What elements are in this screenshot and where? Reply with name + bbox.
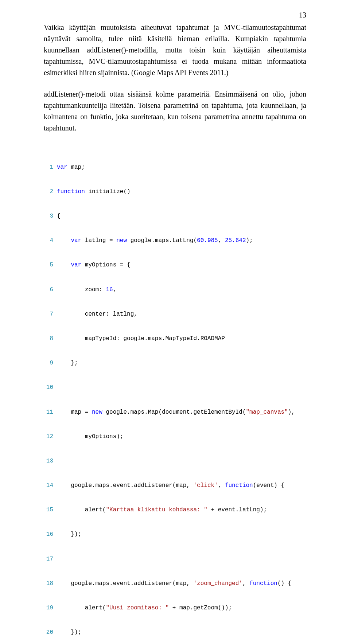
page-number: 13	[299, 11, 306, 19]
code-block: 1var map; 2function initialize() 3{ 4 va…	[44, 144, 306, 644]
line-number: 2	[44, 188, 53, 196]
page-container: 13 Vaikka käyttäjän muutoksista aiheutuv…	[0, 0, 350, 644]
line-number: 19	[44, 604, 53, 612]
line-number: 9	[44, 359, 53, 367]
line-number: 1	[44, 163, 53, 171]
code-line: 10	[44, 383, 306, 391]
line-number: 10	[44, 383, 53, 391]
code-line: 9 };	[44, 359, 306, 367]
line-number: 4	[44, 237, 53, 245]
code-line: 17	[44, 555, 306, 563]
code-line: 12 myOptions);	[44, 433, 306, 441]
code-line: 13	[44, 457, 306, 465]
code-line: 15 alert("Karttaa klikattu kohdassa: " +…	[44, 506, 306, 514]
code-line: 16 });	[44, 530, 306, 538]
line-number: 13	[44, 457, 53, 465]
line-number: 11	[44, 408, 53, 416]
line-number: 16	[44, 530, 53, 538]
code-line: 3{	[44, 212, 306, 220]
line-number: 7	[44, 310, 53, 318]
line-number: 17	[44, 555, 53, 563]
code-line: 11 map = new google.maps.Map(document.ge…	[44, 408, 306, 416]
line-number: 18	[44, 579, 53, 588]
body-text: Vaikka käyttäjän muutoksista aiheutuvat …	[44, 22, 306, 134]
code-line: 20 });	[44, 628, 306, 636]
code-line: 1var map;	[44, 163, 306, 171]
paragraph-2: addListener()-metodi ottaa sisäänsä kolm…	[44, 89, 306, 134]
line-number: 5	[44, 261, 53, 269]
line-number: 12	[44, 433, 53, 441]
code-line: 8 mapTypeId: google.maps.MapTypeId.ROADM…	[44, 335, 306, 343]
code-line: 14 google.maps.event.addListener(map, 'c…	[44, 481, 306, 489]
line-number: 3	[44, 212, 53, 220]
paragraph-1: Vaikka käyttäjän muutoksista aiheutuvat …	[44, 22, 306, 78]
line-number: 14	[44, 481, 53, 489]
code-line: 7 center: latlng,	[44, 310, 306, 318]
code-line: 19 alert("Uusi zoomitaso: " + map.getZoo…	[44, 604, 306, 612]
code-line: 6 zoom: 16,	[44, 286, 306, 294]
line-number: 6	[44, 286, 53, 294]
line-number: 15	[44, 506, 53, 514]
code-line: 5 var myOptions = {	[44, 261, 306, 269]
line-number: 8	[44, 335, 53, 343]
code-line: 2function initialize()	[44, 188, 306, 196]
code-line: 18 google.maps.event.addListener(map, 'z…	[44, 579, 306, 588]
line-number: 20	[44, 628, 53, 636]
code-line: 4 var latlng = new google.maps.LatLng(60…	[44, 237, 306, 245]
